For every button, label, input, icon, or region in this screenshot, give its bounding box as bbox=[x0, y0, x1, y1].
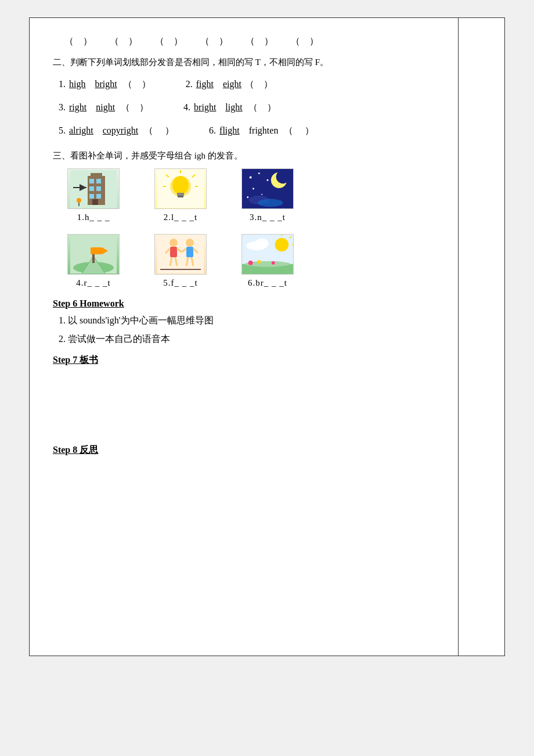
img-item-2: 2.l_ _ _t bbox=[146, 168, 215, 222]
exercise-6: 6. flight frighten （ ） bbox=[209, 121, 314, 140]
section-step7: Step 7 板书 bbox=[53, 354, 481, 438]
exercise-row-3: 5. alright copyright （ ） 6. flight frigh… bbox=[53, 121, 481, 140]
svg-rect-3 bbox=[89, 179, 94, 183]
step8-heading: Step 8 反思 bbox=[53, 444, 481, 456]
ex3-word2: night bbox=[96, 98, 115, 117]
svg-rect-39 bbox=[157, 236, 204, 273]
ex3-num: 3. bbox=[59, 98, 66, 117]
ex6-num: 6. bbox=[209, 121, 216, 140]
img-item-5: 5.f_ _ _t bbox=[146, 234, 215, 288]
section-step6: Step 6 Homework 1. 以 sounds'igh'为中心画一幅思维… bbox=[53, 298, 481, 348]
blank-6: （ ） bbox=[291, 35, 319, 48]
section2-instruction: 二、判断下列单词划线部分发音是否相同，相同的写 T，不相同的写 F。 bbox=[53, 55, 481, 70]
svg-rect-17 bbox=[178, 196, 183, 197]
page: （ ） （ ） （ ） （ ） （ ） （ ） 二、判断下列单词划线部分发音是否… bbox=[29, 17, 505, 656]
step6-item2: 2. 尝试做一本自己的语音本 bbox=[53, 330, 481, 348]
ex1-num: 1. bbox=[59, 75, 66, 93]
img-item-1: 1.h_ _ _ bbox=[59, 168, 128, 222]
img-label-6: 6.br_ _ _t bbox=[248, 278, 287, 288]
svg-point-54 bbox=[275, 238, 288, 251]
svg-rect-38 bbox=[92, 254, 95, 263]
svg-point-28 bbox=[267, 179, 269, 181]
img-label-1: 1.h_ _ _ bbox=[77, 213, 110, 222]
svg-rect-36 bbox=[91, 247, 102, 254]
ex5-num: 5. bbox=[59, 121, 66, 140]
svg-point-64 bbox=[272, 261, 275, 265]
svg-point-31 bbox=[261, 194, 262, 195]
step8-space bbox=[53, 459, 481, 517]
right-margin bbox=[458, 18, 504, 656]
ex5-word1: alright bbox=[69, 121, 93, 140]
svg-rect-4 bbox=[96, 179, 101, 183]
svg-point-11 bbox=[77, 198, 81, 203]
ex2-word1: fight bbox=[196, 75, 214, 93]
image-field bbox=[67, 234, 120, 275]
blank-4: （ ） bbox=[200, 35, 228, 48]
exercise-1: 1. high bright （ ） bbox=[59, 75, 151, 93]
svg-point-62 bbox=[248, 261, 253, 265]
exercise-row-2: 3. right night （ ） 4. bright light （ ） bbox=[53, 98, 481, 117]
images-row-2: 4.r_ _ _t bbox=[53, 234, 481, 288]
svg-rect-41 bbox=[170, 247, 177, 257]
section-3: 三、看图补全单词，并感受字母组合 igh 的发音。 bbox=[53, 148, 481, 288]
images-row-1: 1.h_ _ _ bbox=[53, 168, 481, 222]
svg-rect-47 bbox=[186, 247, 193, 257]
section-step8: Step 8 反思 bbox=[53, 444, 481, 517]
svg-point-33 bbox=[258, 199, 283, 207]
svg-point-27 bbox=[258, 172, 260, 174]
blank-5: （ ） bbox=[246, 35, 273, 48]
img-label-4: 4.r_ _ _t bbox=[76, 278, 110, 288]
step7-space bbox=[53, 369, 481, 438]
image-night bbox=[241, 168, 294, 209]
svg-point-15 bbox=[172, 176, 189, 195]
svg-point-61 bbox=[255, 239, 268, 249]
blanks-row: （ ） （ ） （ ） （ ） （ ） （ ） bbox=[53, 35, 481, 48]
ex6-word1: flight bbox=[219, 121, 240, 140]
svg-point-29 bbox=[252, 188, 254, 190]
image-bright bbox=[241, 234, 294, 275]
exercise-5: 5. alright copyright （ ） bbox=[59, 121, 174, 140]
img-label-5: 5.f_ _ _t bbox=[163, 278, 197, 288]
ex5-word2: copyright bbox=[103, 121, 138, 140]
ex4-word1: bright bbox=[194, 98, 216, 117]
img-item-4: 4.r_ _ _t bbox=[59, 234, 128, 288]
ex2-word2: eight bbox=[223, 75, 241, 93]
svg-point-26 bbox=[250, 176, 252, 178]
ex1-word2: bright bbox=[95, 75, 117, 93]
image-bulb bbox=[154, 168, 207, 209]
svg-rect-16 bbox=[177, 193, 184, 196]
exercise-3: 3. right night （ ） bbox=[59, 98, 149, 117]
ex3-word1: right bbox=[69, 98, 86, 117]
ex4-word2: light bbox=[225, 98, 242, 117]
img-label-2: 2.l_ _ _t bbox=[164, 213, 198, 222]
svg-point-40 bbox=[169, 239, 178, 247]
image-kids bbox=[154, 234, 207, 275]
section-2: 二、判断下列单词划线部分发音是否相同，相同的写 T，不相同的写 F。 1. hi… bbox=[53, 55, 481, 140]
blank-2: （ ） bbox=[110, 35, 138, 48]
exercise-2: 2. fight eight（ ） bbox=[186, 75, 273, 93]
img-item-6: 6.br_ _ _t bbox=[233, 234, 302, 288]
svg-point-46 bbox=[186, 239, 194, 247]
ex2-num: 2. bbox=[186, 75, 193, 93]
step7-heading: Step 7 板书 bbox=[53, 354, 481, 366]
img-item-3: 3.n_ _ _t bbox=[233, 168, 302, 222]
exercise-row-1: 1. high bright （ ） 2. fight eight（ ） bbox=[53, 75, 481, 93]
blank-1: （ ） bbox=[64, 35, 92, 48]
svg-rect-5 bbox=[89, 186, 94, 191]
svg-rect-7 bbox=[89, 194, 94, 199]
image-building bbox=[67, 168, 120, 209]
step6-item1: 1. 以 sounds'igh'为中心画一幅思维导图 bbox=[53, 311, 481, 330]
svg-point-30 bbox=[247, 196, 248, 198]
blank-3: （ ） bbox=[155, 35, 183, 48]
svg-rect-2 bbox=[91, 173, 102, 178]
svg-rect-6 bbox=[96, 186, 101, 191]
section3-instruction: 三、看图补全单词，并感受字母组合 igh 的发音。 bbox=[53, 148, 481, 164]
img-label-3: 3.n_ _ _t bbox=[250, 213, 286, 222]
ex1-word1: high bbox=[69, 75, 85, 93]
svg-rect-8 bbox=[96, 194, 101, 199]
svg-rect-9 bbox=[92, 199, 98, 205]
ex6-word2: frighten bbox=[249, 121, 279, 140]
ex4-num: 4. bbox=[183, 98, 190, 117]
exercise-4: 4. bright light （ ） bbox=[183, 98, 276, 117]
svg-point-25 bbox=[276, 170, 290, 183]
